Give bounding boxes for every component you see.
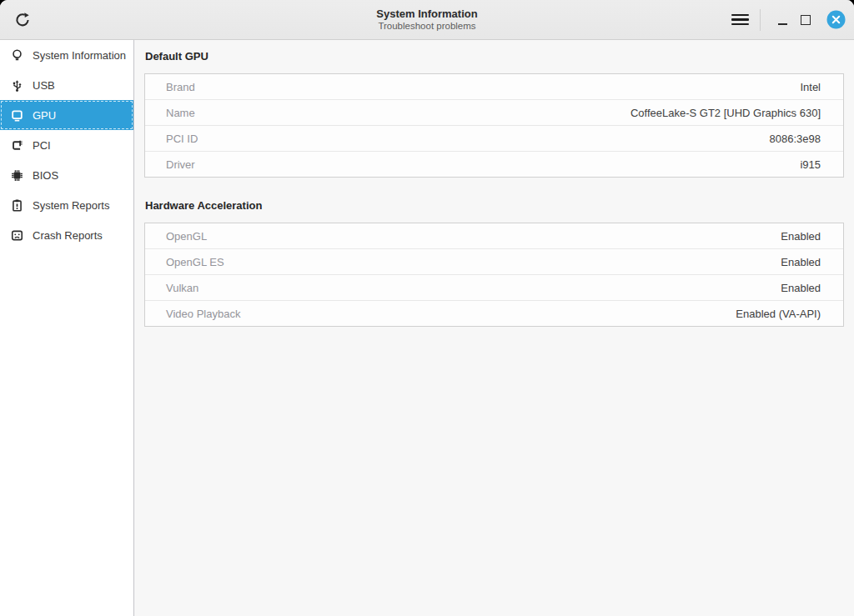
info-row-video-playback: Video Playback Enabled (VA-API) (145, 300, 843, 326)
info-row-name: Name CoffeeLake-S GT2 [UHD Graphics 630] (145, 99, 843, 125)
row-value: 8086:3e98 (770, 133, 821, 145)
window-title: System Information (0, 8, 854, 20)
titlebar-separator (760, 9, 761, 31)
sidebar-item-system-information[interactable]: System Information (0, 40, 133, 70)
sidebar-item-system-reports[interactable]: System Reports (0, 190, 133, 220)
usb-icon (10, 78, 24, 93)
pci-card-icon (10, 138, 24, 153)
row-label: OpenGL (166, 230, 207, 243)
row-label: Driver (166, 158, 195, 171)
info-row-brand: Brand Intel (145, 74, 843, 99)
minimize-button[interactable] (771, 8, 794, 33)
row-value: Enabled (781, 282, 821, 294)
sidebar-item-pci[interactable]: PCI (0, 130, 133, 160)
close-button[interactable] (826, 10, 846, 30)
window-subtitle: Troubleshoot problems (0, 20, 854, 32)
minimize-icon (778, 14, 787, 25)
info-row-vulkan: Vulkan Enabled (145, 274, 843, 300)
sidebar-item-label: USB (33, 79, 55, 92)
sidebar-item-usb[interactable]: USB (0, 70, 133, 100)
refresh-button[interactable] (11, 8, 34, 32)
lightbulb-icon (10, 48, 24, 63)
main-content: Default GPU Brand Intel Name CoffeeLake-… (134, 40, 854, 616)
row-value: Enabled (781, 230, 821, 243)
info-row-opengl-es: OpenGL ES Enabled (145, 248, 843, 274)
sidebar-item-label: PCI (33, 139, 51, 152)
info-row-opengl: OpenGL Enabled (145, 223, 843, 248)
title-block: System Information Troubleshoot problems (0, 8, 854, 32)
refresh-icon (13, 11, 32, 29)
row-value: CoffeeLake-S GT2 [UHD Graphics 630] (630, 107, 821, 119)
sidebar-item-label: BIOS (33, 169, 58, 182)
sidebar-item-gpu[interactable]: GPU (0, 100, 133, 130)
row-value: Intel (800, 81, 821, 93)
default-gpu-card: Brand Intel Name CoffeeLake-S GT2 [UHD G… (144, 73, 844, 178)
app-window: System Information Troubleshoot problems (0, 0, 854, 616)
row-value: i915 (800, 158, 821, 171)
row-label: PCI ID (166, 133, 198, 145)
display-icon (10, 108, 24, 123)
maximize-icon (801, 15, 811, 25)
section-heading-default-gpu: Default GPU (145, 50, 844, 63)
titlebar-controls (728, 0, 846, 39)
hamburger-menu-icon (731, 14, 749, 26)
sidebar-item-label: Crash Reports (33, 229, 103, 242)
info-row-driver: Driver i915 (145, 151, 843, 177)
maximize-button[interactable] (794, 8, 817, 33)
crash-face-icon (10, 228, 24, 243)
hardware-acceleration-card: OpenGL Enabled OpenGL ES Enabled Vulkan … (144, 223, 844, 327)
titlebar[interactable]: System Information Troubleshoot problems (0, 0, 854, 40)
close-icon (826, 10, 846, 29)
sidebar-item-label: System Information (33, 49, 126, 62)
row-label: Video Playback (166, 308, 240, 320)
sidebar-item-bios[interactable]: BIOS (0, 160, 133, 190)
row-label: OpenGL ES (166, 256, 224, 268)
sidebar-item-label: GPU (33, 109, 56, 122)
info-row-pci-id: PCI ID 8086:3e98 (145, 125, 843, 151)
section-heading-hardware-acceleration: Hardware Acceleration (145, 199, 844, 212)
chip-icon (10, 168, 24, 183)
clipboard-alert-icon (10, 198, 24, 213)
sidebar: System Information USB (0, 40, 134, 616)
row-label: Vulkan (166, 282, 198, 294)
sidebar-item-crash-reports[interactable]: Crash Reports (0, 220, 133, 250)
row-label: Name (166, 107, 195, 119)
sidebar-item-label: System Reports (33, 199, 109, 212)
row-label: Brand (166, 81, 195, 93)
row-value: Enabled (781, 256, 821, 268)
row-value: Enabled (VA-API) (736, 308, 821, 320)
menu-button[interactable] (728, 8, 751, 33)
